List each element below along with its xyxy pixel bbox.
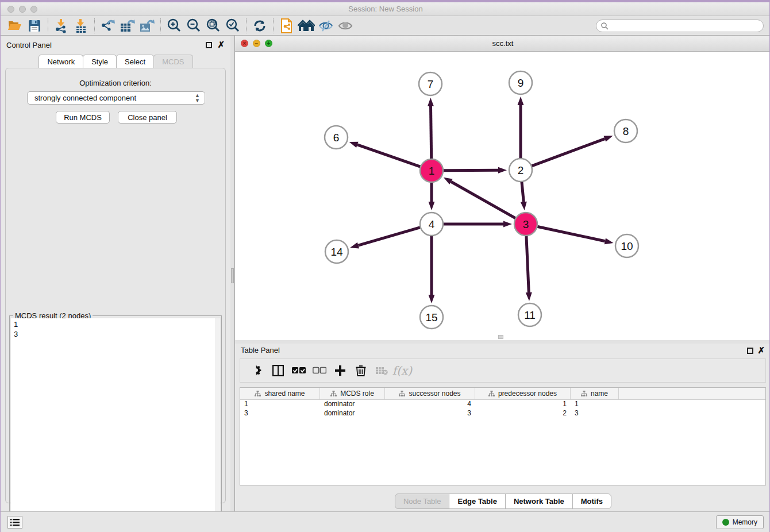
close-table-panel-icon[interactable]: ✗	[757, 347, 765, 353]
tab-network[interactable]: Network	[38, 55, 83, 68]
network-maximize-button[interactable]: +	[265, 40, 272, 47]
hierarchy-icon	[399, 391, 405, 396]
node-label: 2	[518, 164, 524, 176]
zoom-selected-icon[interactable]	[223, 17, 242, 34]
select-all-icon[interactable]	[288, 361, 309, 380]
graph-node-2[interactable]: 2	[509, 159, 532, 182]
export-image-icon[interactable]	[137, 17, 157, 34]
table-cell[interactable]: 3	[385, 409, 475, 418]
edge-4-14[interactable]	[358, 228, 420, 246]
tab-node-table[interactable]: Node Table	[395, 494, 450, 509]
memory-button[interactable]: Memory	[716, 515, 764, 529]
memory-label: Memory	[733, 518, 757, 526]
zoom-in-icon[interactable]	[164, 17, 184, 34]
table-row[interactable]: 3dominator323	[240, 409, 765, 418]
table-cell[interactable]: 3	[240, 409, 320, 418]
table-cell[interactable]: 2	[475, 409, 571, 418]
import-table-icon[interactable]	[71, 17, 91, 34]
task-history-button[interactable]	[7, 516, 22, 529]
network-graph-canvas[interactable]: 7968124314101511	[235, 52, 770, 340]
hierarchy-icon	[581, 391, 587, 396]
hierarchy-icon	[255, 391, 261, 396]
edge-3-10[interactable]	[537, 226, 605, 241]
graph-node-7[interactable]: 7	[419, 72, 442, 95]
tab-network-table[interactable]: Network Table	[505, 494, 573, 509]
close-panel-icon[interactable]: ✗	[217, 41, 225, 48]
graph-node-4[interactable]: 4	[420, 213, 443, 236]
control-panel-title: Control Panel	[6, 41, 52, 49]
close-panel-button[interactable]: Close panel	[118, 111, 177, 124]
search-box[interactable]	[596, 20, 764, 32]
edge-3-11[interactable]	[526, 236, 529, 292]
graph-node-15[interactable]: 15	[420, 306, 443, 329]
search-input[interactable]	[609, 21, 763, 31]
graph-node-3[interactable]: 3	[514, 213, 537, 236]
home-icon[interactable]	[297, 17, 316, 34]
edge-1-7[interactable]	[431, 106, 432, 159]
export-table-icon[interactable]	[118, 17, 137, 34]
zoom-out-icon[interactable]	[184, 17, 203, 34]
delete-icon[interactable]	[351, 361, 371, 380]
column-header-predecessor-nodes[interactable]: predecessor nodes	[475, 388, 571, 399]
table-cell[interactable]: 4	[385, 400, 475, 409]
result-scrollbar[interactable]	[215, 318, 220, 529]
open-file-icon[interactable]	[5, 17, 25, 34]
settings-icon[interactable]	[247, 361, 268, 380]
deselect-all-icon[interactable]	[309, 361, 330, 380]
table-cell[interactable]: 3	[571, 409, 619, 418]
table-cell[interactable]: dominator	[320, 400, 385, 409]
tab-edge-table[interactable]: Edge Table	[449, 494, 505, 509]
run-mcds-button[interactable]: Run MCDS	[56, 111, 110, 124]
graph-node-10[interactable]: 10	[615, 234, 638, 257]
float-table-panel-icon[interactable]	[747, 348, 753, 354]
toolbar-separator	[48, 18, 48, 33]
column-header-MCDS-role[interactable]: MCDS role	[320, 388, 385, 399]
criterion-dropdown[interactable]: strongly connected component ▲▼	[27, 91, 205, 105]
edge-1-2[interactable]	[443, 170, 498, 171]
graph-node-1[interactable]: 1	[420, 159, 443, 182]
graph-node-8[interactable]: 8	[614, 119, 637, 142]
edge-2-3[interactable]	[522, 182, 523, 202]
tab-style[interactable]: Style	[83, 55, 117, 68]
table-cell[interactable]: dominator	[320, 409, 385, 418]
column-header-name[interactable]: name	[571, 388, 619, 399]
graph-node-14[interactable]: 14	[325, 240, 348, 263]
edge-1-6[interactable]	[357, 145, 421, 167]
float-panel-icon[interactable]	[206, 42, 212, 48]
add-row-icon[interactable]	[330, 361, 351, 380]
network-window-titlebar[interactable]: scc.txt × − +	[235, 36, 770, 52]
tab-mcds[interactable]: MCDS	[153, 55, 192, 68]
tab-select[interactable]: Select	[116, 55, 154, 68]
mcds-result-text[interactable]: 13	[11, 318, 220, 529]
graph-node-9[interactable]: 9	[509, 71, 532, 94]
graph-node-6[interactable]: 6	[325, 126, 348, 149]
import-network-icon[interactable]	[52, 17, 71, 34]
node-label: 14	[330, 246, 343, 258]
table-cell[interactable]: 1	[475, 400, 571, 409]
vertical-splitter[interactable]	[230, 36, 235, 511]
edge-3-1[interactable]	[451, 182, 516, 218]
splitter-grip[interactable]	[231, 268, 234, 283]
network-close-button[interactable]: ×	[241, 40, 248, 47]
graph-node-11[interactable]: 11	[518, 303, 541, 326]
save-session-icon[interactable]	[25, 17, 44, 34]
tab-motifs[interactable]: Motifs	[572, 494, 611, 509]
zoom-fit-icon[interactable]	[203, 17, 223, 34]
table-row[interactable]: 1dominator411	[240, 400, 765, 409]
network-minimize-button[interactable]: −	[253, 40, 260, 47]
mcds-result-group: MCDS result (2 nodes) 13	[9, 315, 222, 530]
refresh-layout-icon[interactable]	[250, 17, 270, 34]
table-cell[interactable]: 1	[240, 400, 320, 409]
column-header-successor-nodes[interactable]: successor nodes	[385, 388, 475, 399]
export-network-icon[interactable]	[98, 17, 118, 34]
column-header-shared-name[interactable]: shared name	[240, 388, 320, 399]
edge-2-8[interactable]	[532, 139, 605, 166]
node-table[interactable]: shared nameMCDS rolesuccessor nodesprede…	[240, 387, 766, 485]
hide-panel-icon[interactable]	[316, 17, 336, 34]
table-cell[interactable]: 1	[571, 400, 619, 409]
first-network-icon[interactable]	[277, 17, 297, 34]
columns-icon[interactable]	[268, 361, 288, 380]
network-resize-grip[interactable]	[498, 335, 503, 339]
show-panel-icon[interactable]	[336, 17, 355, 34]
arrowhead-icon	[428, 98, 434, 106]
